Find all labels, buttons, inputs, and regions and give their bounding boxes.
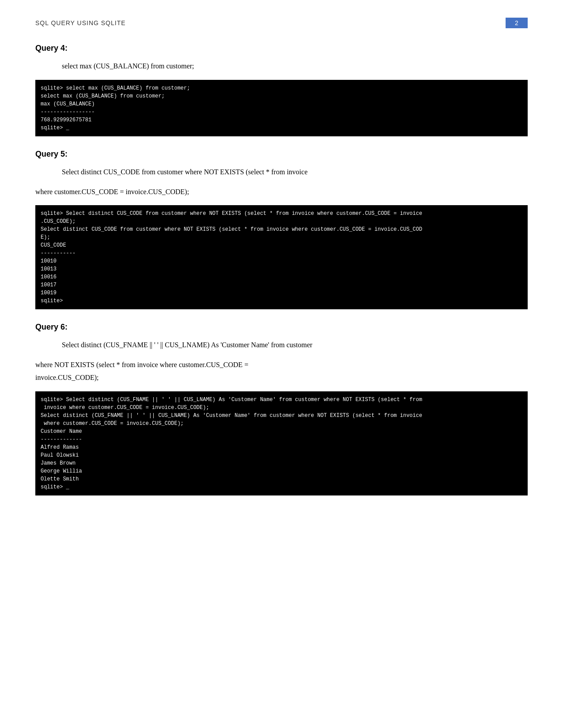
query5-text-line1: Select distinct CUS_CODE from customer w… — [35, 166, 528, 179]
query4-terminal: sqlite> select max (CUS_BALANCE) from cu… — [35, 80, 528, 136]
query4-terminal-content: sqlite> select max (CUS_BALANCE) from cu… — [41, 85, 190, 131]
query4-section: Query 4: select max (CUS_BALANCE) from c… — [35, 44, 528, 136]
query6-terminal: sqlite> Select distinct (CUS_FNAME || ' … — [35, 391, 528, 495]
header-title: SQL QUERY USING SQLITE — [35, 19, 126, 26]
query5-heading: Query 5: — [35, 150, 528, 159]
query4-text: select max (CUS_BALANCE) from customer; — [35, 60, 528, 73]
page-number-badge: 2 — [506, 18, 528, 28]
query5-terminal-content: sqlite> Select distinct CUS_CODE from cu… — [41, 210, 422, 304]
query5-text-line2: where customer.CUS_CODE = invoice.CUS_CO… — [35, 186, 528, 199]
query6-section: Query 6: Select distinct (CUS_FNAME || '… — [35, 323, 528, 495]
query6-text-line1: Select distinct (CUS_FNAME || ' ' || CUS… — [35, 339, 528, 352]
query5-terminal: sqlite> Select distinct CUS_CODE from cu… — [35, 205, 528, 309]
query6-text-line2: where NOT EXISTS (select * from invoice … — [35, 359, 528, 372]
page-header: SQL QUERY USING SQLITE 2 — [35, 18, 528, 30]
query6-heading: Query 6: — [35, 323, 528, 332]
page-container: SQL QUERY USING SQLITE 2 Query 4: select… — [0, 0, 563, 728]
query4-heading: Query 4: — [35, 44, 528, 53]
query6-text-line3: invoice.CUS_CODE); — [35, 372, 528, 384]
query5-section: Query 5: Select distinct CUS_CODE from c… — [35, 150, 528, 310]
query6-terminal-content: sqlite> Select distinct (CUS_FNAME || ' … — [41, 397, 422, 490]
